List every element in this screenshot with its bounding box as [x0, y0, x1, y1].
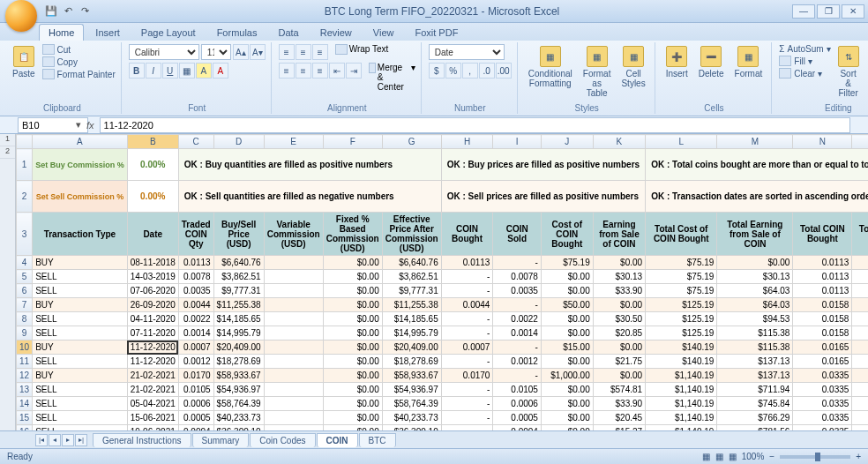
- cell[interactable]: [264, 298, 323, 312]
- align-mid-button[interactable]: ≡: [296, 44, 311, 60]
- cell[interactable]: $140.19: [646, 341, 717, 355]
- cell[interactable]: 0.0078: [852, 270, 868, 284]
- outline-column[interactable]: 12: [0, 134, 16, 430]
- cell[interactable]: SELL: [33, 383, 128, 397]
- cell[interactable]: 21-02-2021: [127, 383, 178, 397]
- cell[interactable]: $0.00: [593, 341, 645, 355]
- cell[interactable]: 15-06-2021: [127, 411, 178, 425]
- cell[interactable]: 0.0165: [793, 341, 852, 355]
- row-header-12[interactable]: 12: [17, 369, 33, 383]
- indent-dec-button[interactable]: ⇤: [329, 63, 345, 79]
- cell[interactable]: $94.53: [717, 312, 793, 326]
- copy-button[interactable]: Copy: [42, 56, 116, 67]
- cell[interactable]: -: [441, 397, 493, 411]
- cell[interactable]: $20.45: [593, 411, 645, 425]
- cell[interactable]: -: [441, 270, 493, 284]
- cell[interactable]: $1,140.19: [646, 383, 717, 397]
- cell[interactable]: 0.0006: [178, 397, 213, 411]
- row-header-11[interactable]: 11: [17, 355, 33, 369]
- font-color-button[interactable]: A: [213, 63, 228, 79]
- cell[interactable]: $115.38: [717, 326, 793, 341]
- cell[interactable]: 0.0335: [793, 411, 852, 425]
- view-break-icon[interactable]: ▦: [729, 452, 737, 461]
- cell[interactable]: $64.03: [717, 298, 793, 312]
- cell[interactable]: $33.90: [593, 284, 645, 298]
- cell[interactable]: $0.00: [541, 397, 593, 411]
- fill-color-button[interactable]: A: [196, 63, 212, 79]
- cell[interactable]: 0.0113: [793, 256, 852, 270]
- col-header-I[interactable]: I: [493, 135, 542, 149]
- header-cell[interactable]: Transaction Type: [33, 213, 128, 256]
- cell[interactable]: $137.13: [717, 369, 793, 383]
- cell[interactable]: 0.0165: [793, 355, 852, 369]
- cell[interactable]: 0.0012: [493, 355, 542, 369]
- cond-format-button[interactable]: ▦Conditional Formatting: [525, 44, 576, 90]
- header-cell[interactable]: COIN Bought: [441, 213, 493, 256]
- minimize-button[interactable]: —: [792, 4, 815, 19]
- zoom-level[interactable]: 100%: [742, 452, 765, 461]
- cell[interactable]: $64.03: [717, 284, 793, 298]
- col-header-L[interactable]: L: [646, 135, 717, 149]
- cell[interactable]: $0.00: [541, 326, 593, 341]
- cell[interactable]: 07-06-2020: [127, 284, 178, 298]
- header-cell[interactable]: Date: [127, 213, 178, 256]
- row-header-3[interactable]: 3: [17, 213, 33, 256]
- cell[interactable]: $0.00: [541, 355, 593, 369]
- cell[interactable]: SELL: [33, 397, 128, 411]
- cell[interactable]: $30.13: [717, 270, 793, 284]
- sheet-nav-first[interactable]: |◂: [35, 434, 48, 446]
- cell[interactable]: 07-11-2020: [127, 326, 178, 341]
- cell[interactable]: 11-12-2020: [127, 341, 178, 355]
- cell[interactable]: $58,764.39: [213, 397, 264, 411]
- cell[interactable]: $115.38: [717, 341, 793, 355]
- cell[interactable]: 0.0270: [852, 397, 868, 411]
- cell[interactable]: -: [493, 256, 542, 270]
- percent-button[interactable]: %: [445, 63, 461, 79]
- cell[interactable]: $1,140.19: [646, 411, 717, 425]
- currency-button[interactable]: $: [429, 63, 445, 79]
- cell[interactable]: $0.00: [323, 369, 382, 383]
- cell[interactable]: $20.85: [593, 326, 645, 341]
- row-header-9[interactable]: 9: [17, 326, 33, 341]
- cell[interactable]: 0.0113: [852, 298, 868, 312]
- cell[interactable]: $3,862.51: [213, 270, 264, 284]
- cell[interactable]: 0.0265: [852, 383, 868, 397]
- office-button[interactable]: [5, 0, 37, 32]
- number-format-select[interactable]: Date: [429, 44, 505, 60]
- view-layout-icon[interactable]: ▦: [715, 452, 723, 461]
- cell[interactable]: -: [493, 341, 542, 355]
- cell[interactable]: -: [441, 411, 493, 425]
- header-cell[interactable]: Total Cost of COIN Bought: [646, 213, 717, 256]
- cell[interactable]: $14,995.79: [382, 326, 441, 341]
- dec-dec-button[interactable]: .00: [496, 63, 512, 79]
- cell[interactable]: 0.0160: [852, 369, 868, 383]
- cell[interactable]: 0.0012: [178, 355, 213, 369]
- cell[interactable]: $0.00: [323, 284, 382, 298]
- cell[interactable]: 0.0275: [852, 411, 868, 425]
- cell[interactable]: [264, 326, 323, 341]
- header-cell[interactable]: COIN Sold: [493, 213, 542, 256]
- tab-insert[interactable]: Insert: [86, 24, 130, 41]
- col-header-M[interactable]: M: [717, 135, 793, 149]
- col-header-G[interactable]: G: [382, 135, 441, 149]
- cell[interactable]: $75.19: [646, 256, 717, 270]
- col-header-K[interactable]: K: [593, 135, 645, 149]
- cell[interactable]: 21-02-2021: [127, 369, 178, 383]
- cell[interactable]: $574.81: [593, 383, 645, 397]
- cell[interactable]: $14,185.65: [213, 312, 264, 326]
- cell[interactable]: $54,936.97: [213, 383, 264, 397]
- tab-view[interactable]: View: [363, 24, 404, 41]
- align-bot-button[interactable]: ≡: [312, 44, 328, 60]
- cell[interactable]: 0.0335: [793, 397, 852, 411]
- cell[interactable]: [264, 397, 323, 411]
- cell[interactable]: $14,185.65: [382, 312, 441, 326]
- view-normal-icon[interactable]: ▦: [702, 452, 710, 461]
- cell[interactable]: $711.94: [717, 383, 793, 397]
- cell[interactable]: 0.0158: [793, 298, 852, 312]
- font-size-select[interactable]: 11: [201, 44, 231, 60]
- cell[interactable]: [264, 270, 323, 284]
- cell[interactable]: $766.29: [717, 411, 793, 425]
- cell[interactable]: [264, 284, 323, 298]
- restore-button[interactable]: ❐: [817, 4, 840, 19]
- cell[interactable]: 14-03-2019: [127, 270, 178, 284]
